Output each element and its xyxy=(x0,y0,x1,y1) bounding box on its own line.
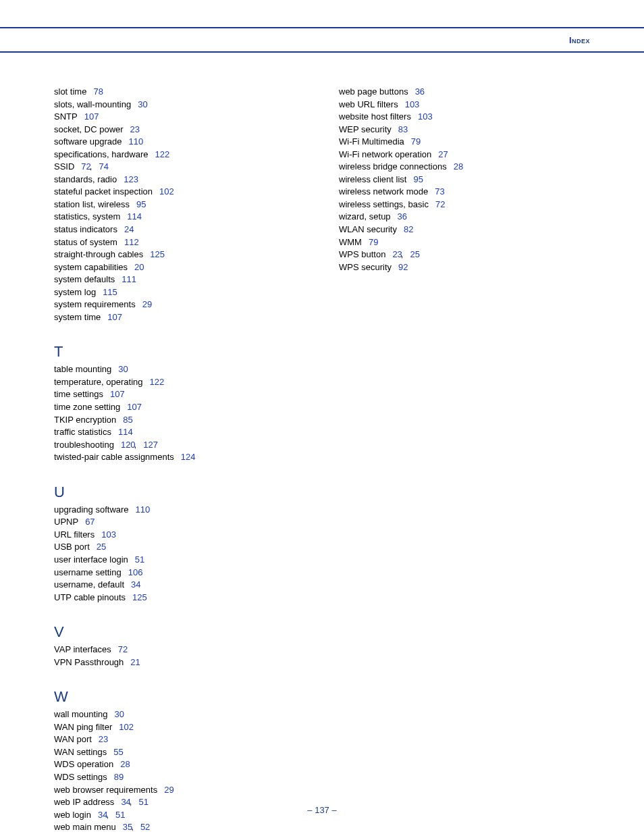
page-reference[interactable]: 28 xyxy=(120,759,130,769)
page-reference[interactable]: 103 xyxy=(101,529,116,540)
page-reference[interactable]: 102 xyxy=(119,722,134,732)
page-reference[interactable]: 114 xyxy=(118,427,133,437)
index-entry-text: slot time xyxy=(54,86,86,97)
page-reference[interactable]: 122 xyxy=(150,377,165,387)
page-reference[interactable]: 23 xyxy=(99,734,108,744)
page-reference[interactable]: 30 xyxy=(118,364,128,374)
page-reference[interactable]: 102 xyxy=(159,186,174,197)
index-entry: time zone setting107 xyxy=(54,401,305,413)
index-entry: WDS settings89 xyxy=(54,771,305,783)
page-reference[interactable]: 103 xyxy=(418,111,433,122)
page-reference[interactable]: 23 xyxy=(130,124,140,134)
section-letter: V xyxy=(54,623,305,641)
page-reference[interactable]: 67 xyxy=(85,517,95,527)
page-reference[interactable]: 125 xyxy=(132,592,147,602)
separator: , xyxy=(401,249,404,259)
index-entry-text: WEP security xyxy=(339,124,392,134)
page-reference[interactable]: 83 xyxy=(398,124,408,134)
page-reference[interactable]: 127 xyxy=(143,440,158,450)
index-entry-text: upgrading software xyxy=(54,504,129,515)
page-reference[interactable]: 122 xyxy=(155,149,169,159)
index-entry: web page buttons36 xyxy=(339,86,590,98)
index-entry: WPS button23,25 xyxy=(339,249,590,261)
page-footer: – 137 – xyxy=(0,805,644,815)
index-entry-text: Wi-Fi network operation xyxy=(339,149,431,159)
page-reference[interactable]: 114 xyxy=(127,211,142,221)
page-reference[interactable]: 92 xyxy=(398,262,408,272)
page-reference[interactable]: 103 xyxy=(405,99,420,109)
page-reference[interactable]: 73 xyxy=(435,186,444,197)
index-entry: system defaults111 xyxy=(54,273,305,286)
page-reference[interactable]: 106 xyxy=(128,567,143,577)
page-reference[interactable]: 79 xyxy=(411,136,421,147)
index-entry-text: web URL filters xyxy=(339,99,398,109)
index-entry: table mounting30 xyxy=(54,363,305,375)
page-reference[interactable]: 52 xyxy=(140,822,150,832)
page-reference[interactable]: 29 xyxy=(164,785,173,795)
page-reference[interactable]: 120 xyxy=(121,440,136,450)
index-entry-text: troubleshooting xyxy=(54,440,114,450)
index-entry-text: SNTP xyxy=(54,111,78,122)
index-entry-text: WAN settings xyxy=(54,747,107,757)
header-title: Index xyxy=(569,35,590,45)
page-reference[interactable]: 112 xyxy=(124,237,139,247)
index-entry: troubleshooting120,127 xyxy=(54,439,305,451)
page-reference[interactable]: 111 xyxy=(122,274,136,284)
page-reference[interactable]: 30 xyxy=(138,99,147,109)
page-reference[interactable]: 107 xyxy=(127,402,142,412)
index-entry: VPN Passthrough21 xyxy=(54,656,305,669)
page-reference[interactable]: 34 xyxy=(131,579,140,590)
page-reference[interactable]: 30 xyxy=(115,709,124,719)
page-reference[interactable]: 95 xyxy=(413,174,423,184)
index-entry-text: WAN ping filter xyxy=(54,722,112,732)
page-reference[interactable]: 110 xyxy=(128,136,143,147)
page-reference[interactable]: 124 xyxy=(181,452,196,462)
page-reference[interactable]: 123 xyxy=(124,174,138,184)
page-reference[interactable]: 29 xyxy=(142,299,152,309)
separator: , xyxy=(134,440,137,450)
page-reference[interactable]: 72 xyxy=(118,644,128,654)
page-reference[interactable]: 107 xyxy=(107,312,122,322)
page-reference[interactable]: 51 xyxy=(135,554,144,565)
page-reference[interactable]: 36 xyxy=(415,86,425,97)
page-reference[interactable]: 115 xyxy=(103,287,117,297)
page-reference[interactable]: 25 xyxy=(97,542,106,552)
page-reference[interactable]: 110 xyxy=(136,504,151,515)
index-entry: twisted-pair cable assignments124 xyxy=(54,451,305,463)
page-reference[interactable]: 89 xyxy=(114,772,124,782)
page-reference[interactable]: 79 xyxy=(369,237,378,247)
page-reference[interactable]: 125 xyxy=(150,249,165,259)
index-column-right: web page buttons36web URL filters103webs… xyxy=(339,85,590,834)
page-reference[interactable]: 27 xyxy=(438,149,448,159)
page-reference[interactable]: 74 xyxy=(99,161,108,172)
page-reference[interactable]: 78 xyxy=(93,86,103,97)
index-entry: URL filters103 xyxy=(54,529,305,541)
index-entry: WLAN security82 xyxy=(339,224,590,236)
index-entry: TKIP encryption85 xyxy=(54,414,305,426)
index-entry-text: system defaults xyxy=(54,274,115,284)
page-reference[interactable]: 95 xyxy=(136,199,146,209)
index-entry-text: system time xyxy=(54,312,101,322)
index-entry: VAP interfaces72 xyxy=(54,644,305,656)
index-entry: slot time78 xyxy=(54,86,305,98)
page-reference[interactable]: 107 xyxy=(110,389,125,399)
page-reference[interactable]: 21 xyxy=(130,657,140,667)
page-reference[interactable]: 55 xyxy=(113,747,123,757)
index-entry-text: web browser requirements xyxy=(54,785,157,795)
page-reference[interactable]: 82 xyxy=(404,224,413,234)
page-reference[interactable]: 28 xyxy=(454,161,463,172)
page-reference[interactable]: 85 xyxy=(123,415,132,425)
separator: , xyxy=(90,161,92,172)
page-reference[interactable]: 36 xyxy=(398,211,407,221)
index-entry: system log115 xyxy=(54,286,305,298)
index-entry-text: WDS settings xyxy=(54,772,107,782)
page-reference[interactable]: 24 xyxy=(124,224,134,234)
index-entry: SSID72,74 xyxy=(54,161,305,173)
page-reference[interactable]: 72 xyxy=(435,199,445,209)
page-reference[interactable]: 25 xyxy=(410,249,419,259)
index-entry-text: table mounting xyxy=(54,364,111,374)
page-reference[interactable]: 20 xyxy=(134,262,144,272)
index-entry: system time107 xyxy=(54,311,305,323)
index-entry-text: traffic statistics xyxy=(54,427,111,437)
page-reference[interactable]: 107 xyxy=(84,111,99,122)
